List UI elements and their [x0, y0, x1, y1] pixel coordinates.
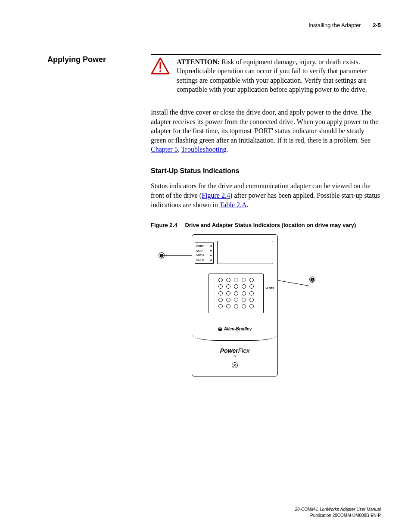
port-led-icon — [210, 245, 212, 247]
header-title: Installing the Adapter — [308, 22, 361, 28]
drive-illustration: PORT MOD NET A NET B — [192, 234, 278, 376]
attention-text: ATTENTION: Risk of equipment damage, inj… — [177, 57, 381, 94]
callout-2: ➋ — [159, 252, 165, 258]
attention-icon — [151, 57, 170, 94]
sts-indicator: STS — [266, 286, 274, 290]
attention-box: ATTENTION: Risk of equipment damage, inj… — [151, 54, 381, 98]
link-troubleshooting[interactable]: Troubleshooting — [181, 146, 226, 153]
sts-led-icon — [266, 287, 268, 289]
neta-led-icon — [210, 255, 212, 256]
mod-led-icon — [210, 250, 212, 252]
body-paragraph-2: Status indicators for the drive and comm… — [151, 181, 381, 209]
ab-logo-icon — [218, 327, 222, 331]
screw-icon — [232, 362, 238, 368]
page-footer: 20-COMM-L LonWorks Adapter User Manual P… — [295, 507, 381, 518]
callout-1: ➊ — [309, 277, 315, 283]
svg-point-2 — [159, 70, 161, 72]
section-heading: Applying Power — [47, 54, 151, 65]
sub-heading: Start-Up Status Indications — [151, 166, 381, 176]
brand-label: Allen-Bradley — [192, 326, 277, 332]
page-header: Installing the Adapter 2-5 — [47, 22, 381, 29]
figure-caption: Figure 2.4Drive and Adapter Status Indic… — [151, 221, 381, 229]
callout-2-leader — [165, 255, 194, 256]
netb-led-icon — [210, 259, 212, 261]
figure-label: Figure 2.4 — [151, 222, 177, 228]
figure-2-4: ➋ ➊ PORT MOD NET A NET B — [155, 233, 340, 380]
adapter-status-block: PORT MOD NET A NET B — [195, 243, 214, 264]
product-label: PowerFlex 70 — [192, 347, 277, 358]
footer-publication: Publication 20COMM-UM008B-EN-P — [295, 513, 381, 519]
footer-manual-title: 20-COMM-L LonWorks Adapter User Manual — [295, 507, 381, 513]
link-chapter-5[interactable]: Chapter 5 — [151, 146, 178, 153]
body-paragraph-1: Install the drive cover or close the dri… — [151, 108, 381, 154]
hmi-display — [217, 241, 273, 264]
figure-caption-text: Drive and Adapter Status Indicators (loc… — [185, 222, 356, 228]
keypad — [209, 274, 264, 313]
header-page-number: 2-5 — [373, 22, 381, 28]
link-figure-2-4[interactable]: Figure 2.4 — [202, 192, 230, 199]
drive-divider — [192, 335, 277, 341]
callout-1-leader — [274, 280, 309, 286]
attention-lead: ATTENTION: — [177, 58, 220, 65]
link-table-2-a[interactable]: Table 2.A — [220, 201, 247, 208]
